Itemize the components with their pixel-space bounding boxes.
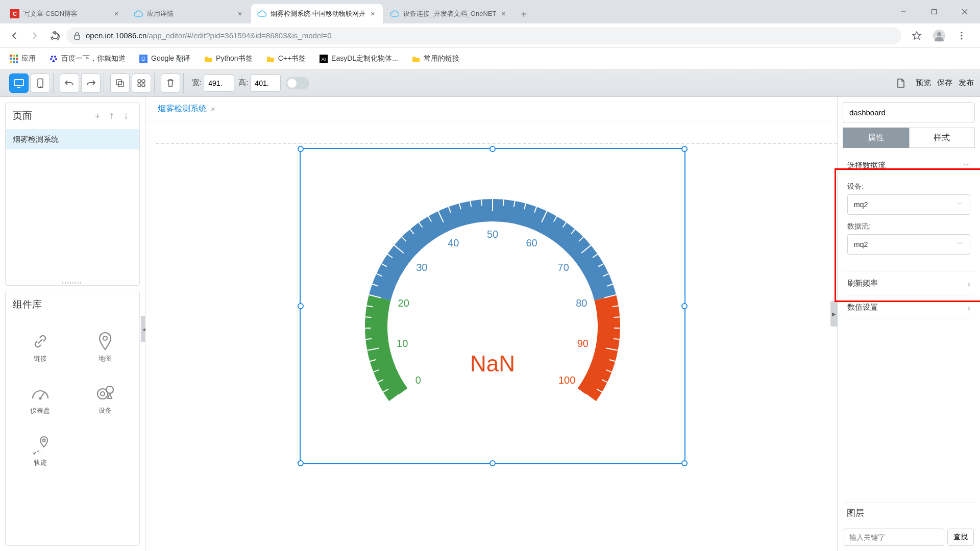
close-icon[interactable]: × [499, 10, 507, 18]
copy-button[interactable] [110, 73, 130, 93]
component-map[interactable]: 地图 [74, 322, 136, 372]
close-icon[interactable]: × [211, 105, 215, 113]
resize-handle[interactable] [681, 460, 688, 466]
svg-rect-4 [75, 35, 80, 39]
bookmark-python[interactable]: Python书签 [200, 52, 257, 65]
svg-point-21 [50, 58, 52, 60]
svg-text:20: 20 [398, 297, 409, 309]
svg-rect-13 [10, 61, 12, 63]
new-tab-button[interactable]: + [514, 5, 533, 23]
close-icon[interactable]: × [112, 10, 120, 18]
undo-button[interactable] [60, 73, 79, 93]
move-down-button[interactable]: ↓ [120, 110, 132, 122]
svg-rect-14 [16, 55, 18, 57]
canvas[interactable]: 烟雾检测系统 × 0102030405060708090100 NaN [145, 97, 837, 551]
resize-handle[interactable] [489, 460, 496, 466]
browser-tab-2[interactable]: 应用详情 × [128, 4, 250, 23]
device-select[interactable]: mq2﹀ [847, 194, 970, 215]
resize-handle[interactable] [298, 460, 304, 466]
svg-rect-11 [16, 58, 18, 60]
height-label: 高: [238, 78, 248, 88]
svg-line-69 [481, 199, 482, 206]
svg-point-35 [138, 84, 141, 87]
star-icon[interactable] [908, 27, 926, 45]
delete-button[interactable] [161, 73, 180, 93]
back-button[interactable] [5, 27, 23, 45]
move-up-button[interactable]: ↑ [106, 110, 118, 122]
address-field[interactable]: open.iot.10086.cn/app_editor/#/edit?pid=… [66, 27, 901, 44]
chevron-down-icon: ﹀ [957, 240, 964, 249]
group-button[interactable] [132, 73, 151, 93]
svg-rect-31 [116, 80, 121, 85]
bookmark-baidu[interactable]: 百度一下，你就知道 [45, 52, 130, 65]
height-input[interactable] [250, 74, 281, 92]
save-button[interactable]: 保存 [937, 78, 952, 88]
bookmark-cpp[interactable]: C++书签 [262, 52, 310, 65]
profile-icon[interactable] [930, 27, 948, 45]
accordion-number[interactable]: 数值设置› [843, 295, 974, 319]
browser-tab-1[interactable]: C 写文章-CSDN博客 × [4, 4, 127, 23]
selected-widget[interactable]: 0102030405060708090100 NaN [300, 148, 685, 464]
redo-button[interactable] [81, 73, 101, 93]
width-input[interactable] [204, 74, 234, 92]
accordion-refresh[interactable]: 刷新频率› [843, 271, 974, 295]
minimize-button[interactable] [888, 0, 919, 23]
browser-tab-3[interactable]: 烟雾检测系统-中国移动物联网开 × [251, 4, 383, 23]
component-link[interactable]: 链接 [9, 322, 71, 372]
tab-style[interactable]: 样式 [909, 128, 975, 148]
maximize-button[interactable] [919, 0, 949, 23]
component-device[interactable]: 设备 [74, 374, 136, 424]
resize-handle[interactable] [681, 146, 688, 152]
publish-button[interactable]: 发布 [959, 78, 974, 88]
bookmark-label: EasyDL定制化物体... [331, 54, 398, 63]
desktop-view-button[interactable] [9, 73, 29, 93]
browser-tab-4[interactable]: 设备连接_开发者文档_OneNET × [384, 4, 513, 23]
svg-point-44 [33, 453, 35, 455]
layer-search-input[interactable] [844, 529, 944, 546]
svg-point-20 [54, 56, 56, 58]
add-page-button[interactable]: ＋ [91, 110, 104, 122]
svg-point-8 [961, 35, 962, 36]
preview-button[interactable]: 预览 [916, 78, 931, 88]
resize-handle[interactable] [298, 303, 304, 309]
tab-label: 设备连接_开发者文档_OneNET [403, 9, 496, 18]
close-icon[interactable]: × [369, 10, 377, 18]
width-label: 宽: [192, 78, 202, 88]
svg-text:80: 80 [576, 297, 587, 309]
translate-icon: G [139, 54, 148, 63]
svg-point-43 [42, 439, 45, 442]
widget-name-input[interactable] [843, 102, 975, 122]
cloud-icon [257, 9, 266, 18]
mobile-view-button[interactable] [31, 73, 50, 93]
panel-resizer[interactable] [6, 280, 139, 285]
datastream-select[interactable]: mq2﹀ [847, 234, 970, 255]
resize-handle[interactable] [681, 303, 688, 309]
canvas-tab[interactable]: 烟雾检测系统 × [154, 102, 219, 116]
datastream-label: 数据流: [847, 222, 970, 231]
complib-title: 组件库 [13, 298, 42, 311]
collapse-right-button[interactable]: ▶ [830, 301, 838, 327]
document-icon[interactable] [892, 74, 910, 92]
close-icon[interactable]: × [236, 10, 244, 18]
component-track[interactable]: 轨迹 [9, 426, 71, 476]
page-item[interactable]: 烟雾检测系统 [6, 129, 139, 149]
apps-button[interactable]: 应用 [5, 52, 40, 65]
bookmark-easydl[interactable]: AIEasyDL定制化物体... [315, 52, 402, 65]
lock-aspect-toggle[interactable] [286, 77, 309, 89]
component-gauge[interactable]: 仪表盘 [9, 374, 71, 424]
component-label: 链接 [34, 354, 47, 363]
map-icon [94, 331, 116, 352]
layer-search-button[interactable]: 查找 [947, 529, 974, 546]
menu-icon[interactable] [952, 27, 971, 45]
close-button[interactable] [949, 0, 980, 23]
bookmark-gtrans[interactable]: GGoogle 翻译 [135, 52, 194, 65]
svg-text:50: 50 [487, 229, 498, 240]
left-panel: 页面 ＋ ↑ ↓ 烟雾检测系统 组件库 链接 地图 [0, 97, 145, 551]
bookmark-common[interactable]: 常用的链接 [407, 52, 463, 65]
resize-handle[interactable] [489, 146, 496, 152]
reload-button[interactable] [46, 27, 64, 45]
tab-properties[interactable]: 属性 [843, 128, 909, 148]
resize-handle[interactable] [298, 146, 304, 152]
accordion-datastream[interactable]: 选择数据流﹀ [843, 154, 974, 177]
forward-button[interactable] [26, 27, 44, 45]
